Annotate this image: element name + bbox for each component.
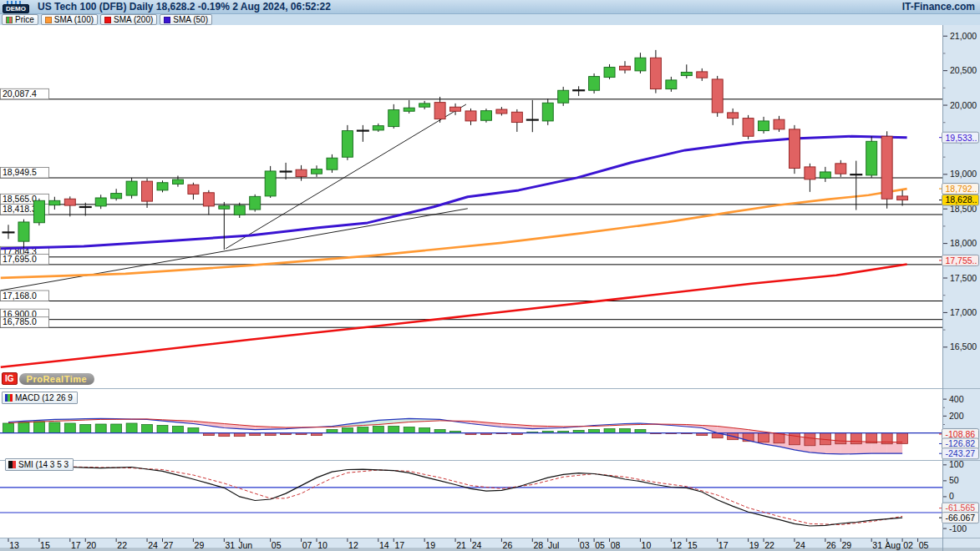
candle-doji[interactable] bbox=[79, 206, 92, 208]
macd-bar bbox=[759, 433, 769, 442]
date-label: 29 bbox=[841, 540, 851, 550]
candle-body[interactable] bbox=[203, 193, 214, 206]
candle-doji[interactable] bbox=[3, 231, 15, 233]
candle-body[interactable] bbox=[496, 109, 507, 114]
candle-doji[interactable] bbox=[850, 174, 862, 175]
candle-body[interactable] bbox=[650, 58, 661, 88]
candle-body[interactable] bbox=[697, 72, 708, 78]
candle-body[interactable] bbox=[743, 119, 754, 137]
candle-body[interactable] bbox=[373, 126, 383, 130]
value-badge-label: -126.82 bbox=[946, 438, 976, 448]
smi-indicator-label[interactable]: SMI (14 3 5 3 bbox=[5, 458, 74, 471]
candle-body[interactable] bbox=[250, 196, 261, 210]
candle-body[interactable] bbox=[542, 103, 553, 121]
demo-badge: DEMO bbox=[3, 1, 33, 13]
candle-body[interactable] bbox=[126, 181, 137, 195]
candle-doji[interactable] bbox=[357, 129, 369, 131]
value-badge-label: 18,792.. bbox=[946, 184, 977, 194]
candle-body[interactable] bbox=[342, 131, 353, 158]
candle-body[interactable] bbox=[172, 179, 183, 184]
macd-badges: -108.86-126.82-243.27 bbox=[939, 428, 979, 458]
date-label: 29 bbox=[195, 540, 205, 550]
date-label: 13 bbox=[9, 540, 19, 550]
value-badge-label: 19,533.. bbox=[946, 133, 977, 143]
legend-sma50[interactable]: SMA (50) bbox=[160, 14, 212, 25]
macd-indicator-label[interactable]: MACD (12 26 9 bbox=[2, 392, 78, 404]
candle-body[interactable] bbox=[434, 103, 445, 119]
candle-body[interactable] bbox=[604, 68, 615, 78]
candle-body[interactable] bbox=[759, 121, 769, 131]
candle-body[interactable] bbox=[219, 206, 230, 210]
date-label: 14 bbox=[379, 540, 389, 550]
candle-body[interactable] bbox=[327, 158, 338, 169]
date-label: Aug bbox=[885, 540, 901, 550]
macd-bar bbox=[142, 424, 153, 432]
date-label: 15 bbox=[40, 540, 50, 550]
date-label: 31 bbox=[872, 540, 882, 550]
candle-body[interactable] bbox=[265, 171, 276, 196]
date-label: 22 bbox=[764, 540, 774, 550]
date-label: 12 bbox=[348, 540, 358, 550]
candle-body[interactable] bbox=[157, 183, 168, 190]
candle-body[interactable] bbox=[558, 90, 569, 103]
date-label: 22 bbox=[117, 540, 127, 550]
candle-body[interactable] bbox=[820, 172, 830, 178]
legend-price[interactable]: Price bbox=[2, 14, 38, 25]
candle-body[interactable] bbox=[234, 205, 245, 215]
brand-link[interactable]: IT-Finance.com bbox=[902, 1, 975, 13]
candle-body[interactable] bbox=[635, 58, 646, 71]
macd-bar bbox=[3, 423, 14, 433]
candle-body[interactable] bbox=[404, 108, 414, 111]
candle-body[interactable] bbox=[388, 110, 399, 127]
legend-sma200[interactable]: SMA (200) bbox=[100, 14, 157, 25]
legend-sma50-label: SMA (50) bbox=[173, 15, 208, 24]
value-badge-label: 17,755.. bbox=[946, 255, 977, 265]
sma200-icon bbox=[104, 17, 111, 23]
candle-body[interactable] bbox=[789, 129, 800, 169]
candle-doji[interactable] bbox=[526, 119, 539, 120]
candle-doji[interactable] bbox=[280, 170, 292, 172]
date-label: 17 bbox=[718, 540, 729, 550]
candle-body[interactable] bbox=[681, 73, 692, 76]
candle-body[interactable] bbox=[728, 113, 739, 119]
date-label: Jul bbox=[548, 540, 559, 550]
macd-bar bbox=[388, 427, 399, 433]
candle-body[interactable] bbox=[881, 136, 892, 199]
chart-canvas[interactable]: 20,087.418,949.518,565.018,418.317,804.3… bbox=[0, 25, 980, 551]
macd-bar bbox=[805, 433, 815, 446]
candle-body[interactable] bbox=[465, 111, 476, 121]
price-tick-label: 17,000 bbox=[950, 307, 977, 317]
date-label: 19 bbox=[749, 540, 759, 550]
candle-body[interactable] bbox=[64, 199, 75, 205]
candle-body[interactable] bbox=[33, 200, 44, 222]
candle-body[interactable] bbox=[480, 111, 491, 121]
candle-body[interactable] bbox=[835, 164, 846, 174]
candle-body[interactable] bbox=[142, 181, 153, 201]
candle-body[interactable] bbox=[111, 194, 122, 199]
candle-doji[interactable] bbox=[572, 89, 585, 91]
candle-body[interactable] bbox=[712, 79, 723, 113]
price-series-icon bbox=[6, 17, 13, 23]
candle-body[interactable] bbox=[296, 169, 307, 176]
ig-logo: IG bbox=[2, 372, 18, 385]
candle-body[interactable] bbox=[666, 80, 677, 89]
candle-body[interactable] bbox=[450, 107, 461, 111]
candle-body[interactable] bbox=[897, 196, 908, 200]
macd-bar bbox=[126, 423, 137, 433]
candle-body[interactable] bbox=[18, 222, 29, 241]
svg-text:0: 0 bbox=[949, 491, 954, 501]
macd-bar bbox=[33, 422, 44, 433]
candle-body[interactable] bbox=[805, 167, 815, 179]
candle-body[interactable] bbox=[95, 198, 106, 206]
candle-body[interactable] bbox=[866, 141, 877, 175]
date-label: 12 bbox=[673, 540, 683, 550]
candle-body[interactable] bbox=[188, 185, 199, 194]
candle-body[interactable] bbox=[312, 169, 322, 174]
candle-body[interactable] bbox=[774, 119, 785, 129]
candle-body[interactable] bbox=[620, 66, 631, 70]
legend-sma100[interactable]: SMA (100) bbox=[41, 14, 98, 25]
candle-body[interactable] bbox=[419, 104, 430, 107]
candle-body[interactable] bbox=[589, 77, 600, 91]
candle-body[interactable] bbox=[49, 200, 60, 205]
candle-body[interactable] bbox=[511, 112, 522, 122]
